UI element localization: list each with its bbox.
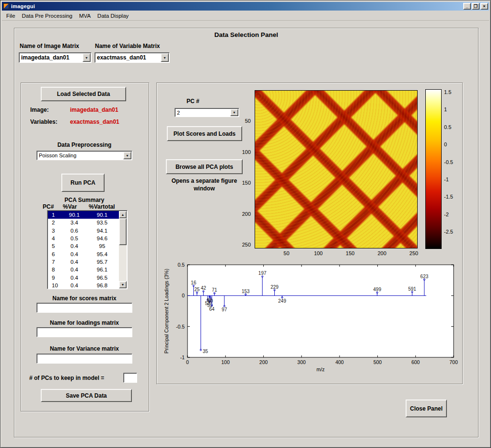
svg-text:0.5: 0.5 — [177, 262, 185, 268]
colorbar-tick-label: -1 — [444, 177, 449, 182]
pca-scores-heatmap — [255, 90, 418, 248]
plot-scores-loads-button[interactable]: Plot Scores and Loads — [167, 126, 242, 141]
scores-matrix-label: Name for scores matrix — [36, 295, 132, 302]
variable-matrix-value: exactmass_dan01 — [97, 53, 161, 62]
pca-summary-cell: 5 — [48, 243, 62, 249]
pca-summary-cell: 0.5 — [62, 236, 86, 241]
preprocessing-combobox[interactable]: Poisson Scaling ▼ — [36, 151, 132, 160]
pc-number-combobox[interactable]: 2 ▼ — [175, 108, 239, 117]
pca-summary-cell: 0.4 — [62, 283, 86, 288]
browse-pca-plots-button[interactable]: Browse all PCA plots — [166, 159, 243, 174]
colorbar-tick-label: 1 — [444, 106, 447, 112]
pca-summary-cell: 95.7 — [86, 259, 118, 265]
scroll-up-icon[interactable]: ▲ — [119, 211, 127, 218]
variance-matrix-input[interactable] — [36, 354, 132, 364]
svg-text:35: 35 — [203, 349, 209, 354]
pca-summary-cell: 0.4 — [62, 275, 86, 281]
run-pca-button[interactable]: Run PCA — [61, 174, 105, 192]
loadings-plot: 01002003004005006007000.50-0.5-116253542… — [163, 262, 460, 375]
pca-summary-row[interactable]: 50.495 — [48, 242, 119, 250]
axis-tick-label: 250 — [409, 250, 418, 256]
colorbar-tick-label: -1.5 — [444, 194, 453, 200]
axis-tick-label: 50 — [283, 250, 289, 256]
window-title: imagegui — [11, 3, 35, 9]
pca-summary-row[interactable]: 80.496.1 — [48, 266, 119, 273]
variable-matrix-combobox[interactable]: exactmass_dan01 ▼ — [94, 52, 170, 63]
svg-text:-1: -1 — [180, 354, 185, 360]
app-icon — [3, 3, 9, 9]
colorbar-tick-label: 0 — [444, 141, 447, 147]
title-bar[interactable]: imagegui _ ❐ × — [2, 2, 489, 11]
svg-text:25: 25 — [194, 287, 200, 292]
colorbar-tick-label: 0.5 — [444, 124, 451, 130]
pca-summary-row[interactable]: 30.694.1 — [48, 227, 119, 235]
pca-summary-cell: 3 — [48, 228, 62, 234]
pca-summary-cell: 6 — [48, 251, 62, 257]
minimize-icon[interactable]: _ — [463, 3, 471, 10]
maximize-icon[interactable]: ❐ — [472, 3, 479, 10]
variables-label: Variables: — [30, 118, 58, 125]
svg-text:153: 153 — [242, 289, 250, 294]
svg-text:42: 42 — [201, 285, 207, 291]
pca-summary-header-var: %Var — [63, 203, 77, 210]
pc-number-value: 2 — [177, 108, 230, 117]
pca-summary-list[interactable]: 190.190.123.493.530.694.140.594.650.4956… — [47, 210, 128, 289]
chevron-down-icon[interactable]: ▼ — [161, 53, 169, 62]
scroll-down-icon[interactable]: ▼ — [119, 281, 127, 288]
menu-file[interactable]: File — [3, 12, 19, 20]
save-pca-data-button[interactable]: Save PCA Data — [41, 389, 132, 402]
image-value: imagedata_dan01 — [70, 106, 118, 113]
pca-summary-cell: 7 — [48, 259, 62, 265]
axis-tick-label: 150 — [346, 250, 354, 256]
menu-data-display[interactable]: Data Display — [94, 12, 132, 20]
pca-summary-row[interactable]: 100.496.8 — [48, 282, 119, 288]
image-matrix-combobox[interactable]: imagedata_dan01 ▼ — [19, 52, 92, 63]
pca-summary-cell: 3.4 — [62, 220, 86, 225]
pcs-keep-input[interactable] — [123, 373, 137, 383]
pca-summary-cell: 0.4 — [62, 251, 86, 257]
pca-summary-cell: 96.8 — [86, 283, 118, 288]
pca-summary-row[interactable]: 90.496.5 — [48, 273, 119, 281]
menu-mva[interactable]: MVA — [76, 12, 94, 20]
svg-text:400: 400 — [335, 359, 344, 365]
preprocessing-value: Poisson Scaling — [39, 151, 123, 160]
preprocessing-label: Data Preprocessing — [36, 141, 132, 148]
svg-text:499: 499 — [373, 287, 381, 292]
heatmap-x-axis: 50100150200250 — [255, 250, 418, 257]
variable-matrix-label: Name of Variable Matrix — [95, 43, 160, 49]
svg-text:200: 200 — [259, 359, 268, 365]
loadings-plot-svg: 01002003004005006007000.50-0.5-116253542… — [163, 262, 460, 375]
chevron-down-icon[interactable]: ▼ — [123, 152, 131, 159]
scores-matrix-input[interactable] — [36, 303, 132, 313]
colorbar — [425, 89, 442, 249]
pca-summary-cell: 93.5 — [86, 220, 118, 225]
svg-text:300: 300 — [297, 359, 306, 365]
pca-summary-header-pc: PC# — [43, 203, 54, 210]
pca-summary-cell: 10 — [48, 283, 62, 288]
axis-tick-label: 50 — [245, 118, 251, 124]
svg-text:97: 97 — [222, 307, 227, 312]
pca-summary-cell: 94.1 — [86, 228, 118, 234]
heatmap-y-axis: 50100150200250 — [237, 90, 253, 248]
loadings-matrix-input[interactable] — [36, 327, 132, 337]
variance-matrix-label: Name for Variance matrix — [36, 345, 132, 352]
pca-summary-row[interactable]: 190.190.1 — [48, 211, 119, 219]
scrollbar-thumb[interactable] — [119, 218, 127, 245]
pca-summary-cell: 8 — [48, 267, 62, 272]
pca-summary-row[interactable]: 60.495.4 — [48, 250, 119, 258]
svg-text:100: 100 — [222, 359, 230, 365]
load-selected-data-button[interactable]: Load Selected Data — [41, 87, 126, 101]
chevron-down-icon[interactable]: ▼ — [82, 53, 91, 62]
pca-list-scrollbar[interactable]: ▲ ▼ — [119, 211, 127, 288]
close-panel-button[interactable]: Close Panel — [406, 400, 447, 417]
pca-summary-row[interactable]: 23.493.5 — [48, 219, 119, 226]
svg-text:-0.5: -0.5 — [176, 324, 185, 330]
pca-summary-row[interactable]: 70.495.7 — [48, 258, 119, 266]
svg-text:64: 64 — [209, 307, 215, 312]
pca-summary-row[interactable]: 40.594.6 — [48, 235, 119, 242]
pca-summary-cell: 0.6 — [62, 228, 86, 234]
image-matrix-label: Name of Image Matrix — [20, 43, 79, 49]
axis-tick-label: 100 — [314, 250, 323, 256]
close-icon[interactable]: × — [480, 3, 488, 10]
menu-data-pre-processing[interactable]: Data Pre Processing — [19, 12, 76, 20]
